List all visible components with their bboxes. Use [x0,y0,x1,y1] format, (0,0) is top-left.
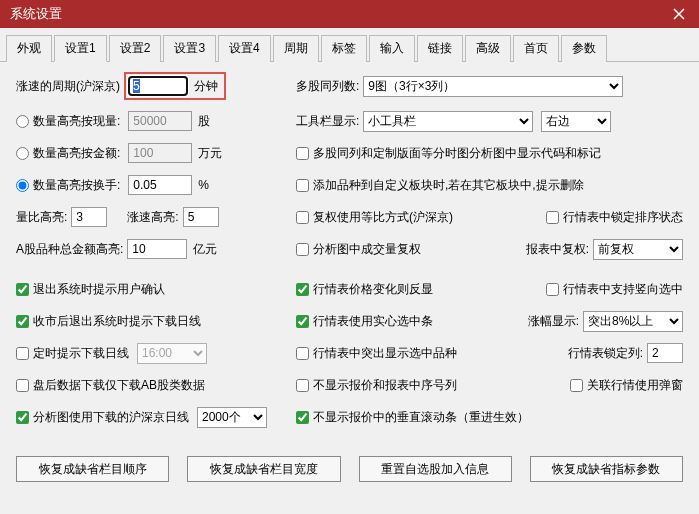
volratio-input[interactable] [71,207,107,227]
tab-4[interactable]: 设置4 [218,35,271,62]
chk-no-seq-label: 不显示报价和报表中序号列 [313,377,457,394]
close-icon [673,8,685,20]
chk-vol-fq[interactable] [296,243,309,256]
turnover-unit: % [198,178,209,192]
chk-no-scroll[interactable] [296,411,309,424]
tab-6[interactable]: 标签 [321,35,367,62]
zf-label: 涨幅显示: [528,313,579,330]
ag-total-input[interactable] [127,239,187,259]
chk-fq-ratio[interactable] [296,211,309,224]
tab-11[interactable]: 参数 [561,35,607,62]
speed-label: 涨速高亮: [127,209,178,226]
lock-col-label: 行情表锁定列: [568,345,643,362]
chk-highlight-selected-label: 行情表中突出显示选中品种 [313,345,457,362]
titlebar: 系统设置 [0,0,699,28]
chk-multi-show[interactable] [296,147,309,160]
chk-close-download[interactable] [16,315,29,328]
speed-period-label: 涨速的周期(沪深京) [16,78,120,95]
timed-download-select: 16:00 [137,343,207,364]
zf-select[interactable]: 突出8%以上 [583,311,683,332]
report-fq-select[interactable]: 前复权 [593,239,683,260]
chk-lock-sort-label: 行情表中锁定排序状态 [563,209,683,226]
radio-turnover-label: 数量高亮按换手: [33,177,120,194]
chk-no-seq[interactable] [296,379,309,392]
radio-turnover[interactable] [16,179,29,192]
chk-lock-sort[interactable] [546,211,559,224]
chk-add-block-label: 添加品种到自定义板块时,若在其它板块中,提示删除 [313,177,584,194]
chk-vertical-select-label: 行情表中支持竖向选中 [563,281,683,298]
lock-col-input[interactable] [647,343,683,363]
chk-solid-select-label: 行情表使用实心选中条 [313,313,433,330]
speed-period-input[interactable] [128,76,188,96]
tab-0[interactable]: 外观 [6,35,52,62]
tab-2[interactable]: 设置2 [109,35,162,62]
chk-use-download-label: 分析图使用下载的沪深京日线 [33,409,189,426]
multi-stock-label: 多股同列数: [296,78,359,95]
volume-unit: 股 [198,113,210,130]
toolbar-show-select[interactable]: 小工具栏 [363,111,533,132]
report-fq-label: 报表中复权: [526,241,589,258]
window-title: 系统设置 [10,5,62,23]
radio-volume-label: 数量高亮按现量: [33,113,120,130]
chk-use-download[interactable] [16,411,29,424]
volratio-label: 量比高亮: [16,209,67,226]
chk-assoc-popup-label: 关联行情使用弹窗 [587,377,683,394]
btn-restore-width[interactable]: 恢复成缺省栏目宽度 [187,456,340,482]
btn-restore-order[interactable]: 恢复成缺省栏目顺序 [16,456,169,482]
tab-7[interactable]: 输入 [369,35,415,62]
tab-5[interactable]: 周期 [273,35,319,62]
radio-amount-label: 数量高亮按金额: [33,145,120,162]
chk-exit-confirm[interactable] [16,283,29,296]
speed-period-unit: 分钟 [194,78,218,95]
multi-stock-select[interactable]: 9图（3行×3列） [363,76,623,97]
chk-exit-confirm-label: 退出系统时提示用户确认 [33,281,165,298]
chk-vertical-select[interactable] [546,283,559,296]
tab-9[interactable]: 高级 [465,35,511,62]
radio-volume[interactable] [16,115,29,128]
tab-3[interactable]: 设置3 [163,35,216,62]
chk-ab-only[interactable] [16,379,29,392]
tab-10[interactable]: 首页 [513,35,559,62]
chk-add-block[interactable] [296,179,309,192]
download-count-select[interactable]: 2000个 [197,407,267,428]
tab-bar: 外观设置1设置2设置3设置4周期标签输入链接高级首页参数 [0,28,699,62]
tab-8[interactable]: 链接 [417,35,463,62]
chk-solid-select[interactable] [296,315,309,328]
chk-timed-download[interactable] [16,347,29,360]
chk-close-download-label: 收市后退出系统时提示下载日线 [33,313,201,330]
highlight-box: 分钟 [124,72,226,100]
radio-amount[interactable] [16,147,29,160]
btn-restore-indicator[interactable]: 恢复成缺省指标参数 [530,456,683,482]
amount-input [128,143,192,163]
chk-highlight-selected[interactable] [296,347,309,360]
tab-content: 涨速的周期(沪深京) 分钟 多股同列数: 9图（3行×3列） 数量高亮按现量: … [0,62,699,500]
volume-input [128,111,192,131]
chk-no-scroll-label: 不显示报价中的垂直滚动条（重进生效） [313,409,529,426]
tab-1[interactable]: 设置1 [54,35,107,62]
chk-timed-download-label: 定时提示下载日线 [33,345,129,362]
ag-total-label: A股品种总金额高亮: [16,241,123,258]
speed-input[interactable] [183,207,219,227]
close-button[interactable] [659,0,699,28]
chk-price-reverse[interactable] [296,283,309,296]
amount-unit: 万元 [198,145,222,162]
chk-vol-fq-label: 分析图中成交量复权 [313,241,421,258]
turnover-input[interactable] [128,175,192,195]
chk-assoc-popup[interactable] [570,379,583,392]
toolbar-pos-select[interactable]: 右边 [541,111,611,132]
ag-total-unit: 亿元 [193,241,217,258]
toolbar-label: 工具栏显示: [296,113,359,130]
chk-fq-ratio-label: 复权使用等比方式(沪深京) [313,209,453,226]
btn-reset-selfstock[interactable]: 重置自选股加入信息 [359,456,512,482]
button-row: 恢复成缺省栏目顺序 恢复成缺省栏目宽度 重置自选股加入信息 恢复成缺省指标参数 [16,456,683,482]
chk-price-reverse-label: 行情表价格变化则反显 [313,281,433,298]
chk-multi-show-label: 多股同列和定制版面等分时图分析图中显示代码和标记 [313,145,601,162]
chk-ab-only-label: 盘后数据下载仅下载AB股类数据 [33,377,205,394]
